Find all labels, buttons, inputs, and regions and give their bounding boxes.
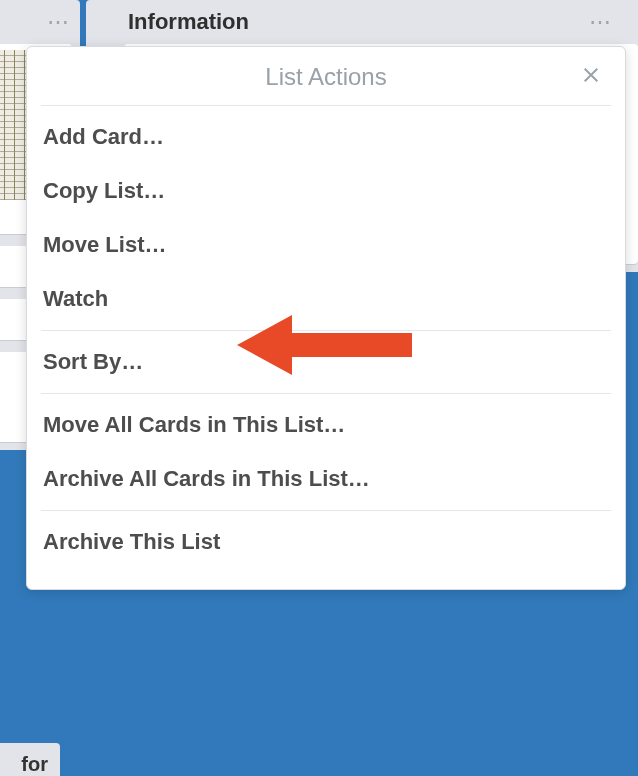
menu-watch[interactable]: Watch (41, 272, 611, 326)
close-icon (582, 66, 600, 84)
menu-add-card[interactable]: Add Card… (41, 110, 611, 164)
list-information-header: Information ⋯ (94, 0, 638, 44)
list-information-menu-button[interactable]: ⋯ (586, 8, 614, 36)
menu-section-archive: Archive This List (41, 511, 611, 573)
list-title[interactable]: Information (128, 9, 249, 35)
ellipsis-icon: ⋯ (47, 11, 69, 33)
ellipsis-icon: ⋯ (589, 11, 611, 33)
menu-section-bulk: Move All Cards in This List… Archive All… (41, 394, 611, 510)
popup-header: List Actions (41, 47, 611, 105)
menu-archive-all-cards[interactable]: Archive All Cards in This List… (41, 452, 611, 506)
menu-copy-list[interactable]: Copy List… (41, 164, 611, 218)
menu-archive-this-list[interactable]: Archive This List (41, 515, 611, 569)
list-left-header: ⋯ (0, 8, 72, 36)
menu-section-sort: Sort By… (41, 331, 611, 393)
close-button[interactable] (577, 61, 605, 89)
list-left-menu-button[interactable]: ⋯ (44, 8, 72, 36)
menu-move-list[interactable]: Move List… (41, 218, 611, 272)
card-fragment-bottom[interactable]: for (0, 743, 60, 776)
list-actions-popup: List Actions Add Card… Copy List… Move L… (26, 46, 626, 590)
menu-move-all-cards[interactable]: Move All Cards in This List… (41, 398, 611, 452)
menu-section-main: Add Card… Copy List… Move List… Watch (41, 106, 611, 330)
popup-title: List Actions (265, 63, 386, 90)
menu-sort-by[interactable]: Sort By… (41, 335, 611, 389)
